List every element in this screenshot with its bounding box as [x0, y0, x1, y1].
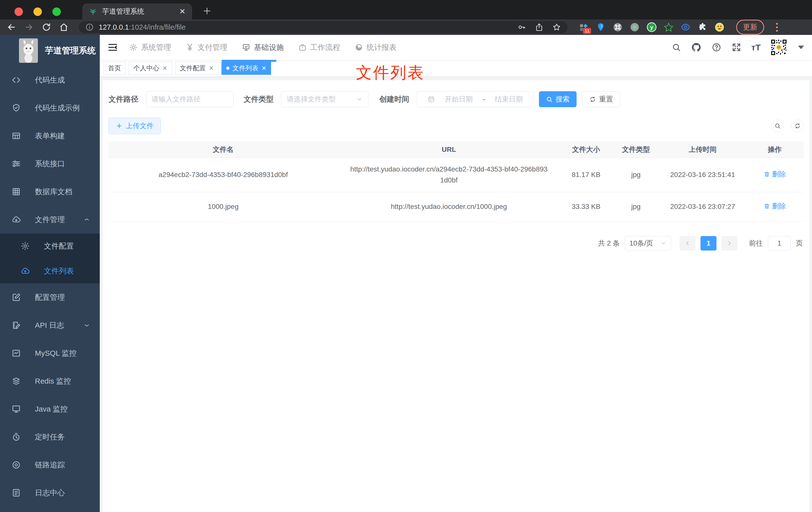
sidebar-item-code-demo[interactable]: 代码生成示例 [0, 94, 100, 122]
sidebar-item-file-list[interactable]: 文件列表 [0, 259, 100, 283]
sidebar-item-code-gen[interactable]: 代码生成 [0, 66, 100, 94]
sidebar-item-file-manage[interactable]: 文件管理 [0, 206, 100, 234]
bookmark-star-icon[interactable] [552, 23, 561, 32]
cloud-upload-icon [21, 266, 30, 276]
sidebar-item-config-manage[interactable]: 配置管理 [0, 283, 100, 311]
tag-file-config[interactable]: 文件配置✕ [175, 62, 219, 75]
chevron-left-icon [684, 240, 691, 246]
overlay-page-title: 文件列表 [356, 62, 425, 84]
refresh-table-button[interactable] [791, 120, 804, 132]
extension-balloon-icon[interactable] [596, 22, 606, 32]
sidebar-item-log-center[interactable]: 日志中心 [0, 479, 100, 507]
topnav-item-pay[interactable]: 支付管理 [185, 42, 227, 53]
reset-button[interactable]: 重置 [582, 91, 620, 107]
fullscreen-icon[interactable] [731, 42, 742, 52]
forward-icon[interactable] [24, 22, 34, 32]
delete-button[interactable]: 删除 [764, 169, 786, 180]
show-search-button[interactable] [771, 120, 784, 132]
next-page-button[interactable] [722, 236, 737, 250]
sidebar-item-system-api[interactable]: 系统接口 [0, 150, 100, 178]
topnav-item-report[interactable]: 统计报表 [355, 42, 397, 53]
date-range-picker[interactable]: 开始日期 - 结束日期 [417, 91, 533, 107]
extension-emoji-icon[interactable] [714, 22, 725, 32]
cell-file-type: jpg [612, 157, 660, 192]
extension-eye-icon[interactable] [680, 22, 691, 32]
plus-icon [116, 122, 123, 129]
pagination: 共 2 条 10条/页 1 前往 页 [109, 236, 804, 250]
user-avatar[interactable] [771, 39, 787, 56]
tag-file-list[interactable]: 文件列表✕ [222, 62, 271, 75]
cell-url: http://test.yudao.iocoder.cn/a294ecb2-73… [338, 157, 560, 192]
sidebar-item-cron-job[interactable]: 定时任务 [0, 423, 100, 451]
zoom-window-button[interactable] [52, 7, 61, 16]
document-edit-icon [11, 321, 21, 330]
help-icon[interactable] [712, 42, 722, 52]
topnav-item-infra[interactable]: 基础设施 [242, 42, 284, 53]
prev-page-button[interactable] [679, 236, 696, 250]
gear-icon [129, 43, 138, 52]
site-info-icon[interactable] [85, 23, 94, 31]
edit-square-icon [11, 293, 21, 302]
sidebar-item-db-doc[interactable]: 数据库文档 [0, 178, 100, 206]
extension-record-icon[interactable] [630, 22, 640, 32]
sidebar-item-tracing[interactable]: 链路追踪 [0, 451, 100, 479]
font-size-icon[interactable]: тT [751, 43, 761, 52]
page-size-select[interactable]: 10条/页 [625, 236, 671, 250]
browser-update-button[interactable]: 更新 [736, 20, 764, 35]
sidebar-item-api-log[interactable]: API 日志 [0, 311, 100, 339]
file-type-select[interactable]: 请选择文件类型 [281, 91, 368, 107]
tag-home[interactable]: 首页 [103, 62, 126, 75]
gear-icon [21, 241, 30, 251]
browser-menu-icon[interactable] [776, 23, 778, 32]
sidebar-item-file-config[interactable]: 文件配置 [0, 234, 100, 259]
header-search-icon[interactable] [672, 42, 681, 52]
extensions-area: 11 y [579, 22, 725, 32]
topnav-item-workflow[interactable]: 工作流程 [298, 42, 340, 53]
new-tab-button[interactable] [202, 6, 212, 16]
date-end-placeholder[interactable]: 结束日期 [495, 94, 523, 104]
tab-close-icon[interactable]: ✕ [179, 8, 185, 15]
extension-y-icon[interactable]: y [646, 22, 657, 32]
tag-close-icon[interactable]: ✕ [261, 65, 266, 71]
date-start-placeholder[interactable]: 开始日期 [445, 94, 472, 104]
cell-file-name: 1000.jpeg [109, 192, 338, 221]
github-icon[interactable] [691, 42, 701, 53]
avatar-caret-icon[interactable] [798, 46, 804, 49]
password-key-icon[interactable] [517, 23, 526, 32]
tag-profile[interactable]: 个人中心✕ [129, 62, 172, 75]
file-list-card: 文件路径 文件类型 请选择文件类型 创建时间 开始日期 - 结束日期 [103, 80, 809, 512]
reload-icon[interactable] [41, 22, 51, 32]
address-bar[interactable]: 127.0.0.1:1024/infra/file/file [79, 21, 568, 33]
sidebar-item-form-builder[interactable]: 表单构建 [0, 122, 100, 150]
page-number-button[interactable]: 1 [700, 236, 717, 250]
upload-file-button[interactable]: 上传文件 [109, 118, 161, 134]
file-table: 文件名 URL 文件大小 文件类型 上传时间 操作 a294ecb2-73dd-… [109, 142, 804, 221]
sidebar-item-redis-monitor[interactable]: Redis 监控 [0, 367, 100, 395]
delete-button[interactable]: 删除 [764, 201, 786, 212]
col-file-type: 文件类型 [612, 142, 660, 157]
close-window-button[interactable] [14, 7, 23, 16]
tag-close-icon[interactable]: ✕ [209, 65, 214, 71]
sidebar-item-mysql-monitor[interactable]: MySQL 监控 [0, 339, 100, 367]
browser-tab[interactable]: 芋道管理系统 ✕ [82, 3, 192, 20]
sidebar-collapse-icon[interactable] [108, 42, 118, 52]
home-icon[interactable] [59, 22, 69, 32]
page-content: 文件路径 文件类型 请选择文件类型 创建时间 开始日期 - 结束日期 [100, 77, 812, 512]
extension-puzzle-icon[interactable] [697, 22, 708, 32]
sidebar-item-java-monitor[interactable]: Java 监控 [0, 395, 100, 423]
extension-command-icon[interactable] [612, 22, 623, 32]
extension-tabs-icon[interactable]: 11 [579, 22, 589, 32]
minimize-window-button[interactable] [33, 7, 42, 16]
file-path-input[interactable] [152, 95, 228, 103]
topnav-item-system[interactable]: 系统管理 [129, 42, 171, 53]
tag-close-icon[interactable]: ✕ [162, 65, 167, 71]
extension-star-icon[interactable] [663, 22, 674, 32]
back-icon[interactable] [6, 22, 17, 32]
sidebar-logo[interactable]: 芋道管理系统 [0, 35, 100, 66]
goto-page-input[interactable] [768, 236, 791, 250]
search-button[interactable]: 搜索 [539, 91, 577, 107]
table-row: 1000.jpeg http://test.yudao.iocoder.cn/1… [109, 192, 804, 221]
active-dot [226, 66, 229, 70]
share-icon[interactable] [535, 23, 544, 32]
tags-view-bar: 首页 个人中心✕ 文件配置✕ 文件列表✕ [100, 60, 812, 77]
